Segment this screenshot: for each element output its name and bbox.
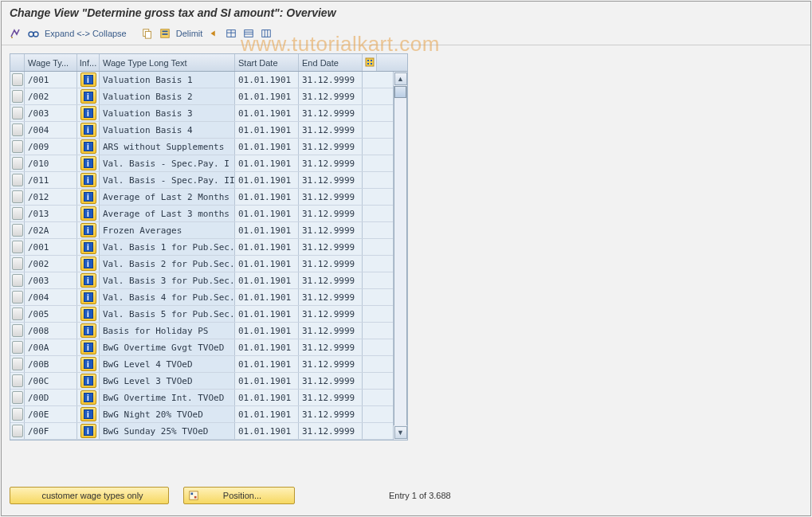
- info-button[interactable]: i: [80, 190, 96, 204]
- info-button[interactable]: i: [80, 323, 96, 338]
- row-selector[interactable]: [10, 256, 25, 272]
- cell-long-text[interactable]: Val. Basis 5 for Pub.Sec.: [100, 306, 235, 322]
- cell-start-date[interactable]: 01.01.1901: [235, 155, 299, 171]
- cell-start-date[interactable]: 01.01.1901: [235, 88, 299, 104]
- row-select-button[interactable]: [12, 291, 23, 304]
- cell-end-date[interactable]: 31.12.9999: [299, 406, 363, 422]
- info-button[interactable]: i: [80, 290, 96, 304]
- row-selector[interactable]: [10, 289, 25, 305]
- select-all-icon[interactable]: [159, 27, 171, 40]
- cell-start-date[interactable]: 01.01.1901: [235, 339, 299, 355]
- cell-start-date[interactable]: 01.01.1901: [235, 239, 299, 255]
- info-button[interactable]: i: [80, 307, 96, 321]
- cell-end-date[interactable]: 31.12.9999: [299, 373, 363, 389]
- info-button[interactable]: i: [80, 407, 96, 421]
- cell-wage-type[interactable]: /00C: [25, 373, 77, 389]
- row-selector[interactable]: [10, 222, 25, 238]
- expand-collapse-button[interactable]: Expand <-> Collapse: [45, 29, 127, 38]
- cell-start-date[interactable]: 01.01.1901: [235, 72, 299, 88]
- cell-start-date[interactable]: 01.01.1901: [235, 256, 299, 272]
- cell-end-date[interactable]: 31.12.9999: [299, 122, 363, 138]
- cell-long-text[interactable]: BwG Overtime Gvgt TVOeD: [100, 339, 235, 355]
- cell-long-text[interactable]: ARS without Supplements: [100, 139, 235, 155]
- cell-start-date[interactable]: 01.01.1901: [235, 289, 299, 305]
- scroll-track[interactable]: [394, 86, 407, 425]
- cell-long-text[interactable]: Frozen Averages: [100, 222, 235, 238]
- row-select-button[interactable]: [12, 157, 23, 170]
- row-select-button[interactable]: [12, 358, 23, 370]
- row-select-button[interactable]: [12, 241, 23, 253]
- cell-long-text[interactable]: Val. Basis 1 for Pub.Sec.: [100, 239, 235, 255]
- row-selector[interactable]: [10, 139, 25, 155]
- cell-end-date[interactable]: 31.12.9999: [299, 272, 363, 288]
- cell-end-date[interactable]: 31.12.9999: [299, 189, 363, 205]
- cell-wage-type[interactable]: /002: [25, 256, 77, 272]
- undo-icon[interactable]: [207, 27, 220, 40]
- row-select-button[interactable]: [12, 107, 23, 119]
- cell-long-text[interactable]: Valuation Basis 3: [100, 105, 235, 121]
- info-button[interactable]: i: [80, 123, 96, 137]
- cell-end-date[interactable]: 31.12.9999: [299, 323, 363, 339]
- info-button[interactable]: i: [80, 390, 96, 405]
- row-select-button[interactable]: [12, 174, 23, 186]
- cell-start-date[interactable]: 01.01.1901: [235, 356, 299, 372]
- cell-end-date[interactable]: 31.12.9999: [299, 105, 363, 121]
- row-select-button[interactable]: [12, 90, 23, 103]
- row-select-button[interactable]: [12, 257, 23, 270]
- cell-start-date[interactable]: 01.01.1901: [235, 306, 299, 322]
- row-selector[interactable]: [10, 306, 25, 322]
- cell-end-date[interactable]: 31.12.9999: [299, 356, 363, 372]
- row-selector[interactable]: [10, 373, 25, 389]
- cell-end-date[interactable]: 31.12.9999: [299, 139, 363, 155]
- cell-start-date[interactable]: 01.01.1901: [235, 122, 299, 138]
- position-button[interactable]: Position...: [183, 487, 295, 504]
- cell-end-date[interactable]: 31.12.9999: [299, 72, 363, 88]
- cell-wage-type[interactable]: /003: [25, 105, 77, 121]
- row-selector[interactable]: [10, 189, 25, 205]
- cell-wage-type[interactable]: /009: [25, 139, 77, 155]
- table-icon-2[interactable]: [242, 27, 255, 40]
- info-button[interactable]: i: [80, 240, 96, 254]
- row-select-button[interactable]: [12, 307, 23, 320]
- cell-wage-type[interactable]: /010: [25, 155, 77, 171]
- info-button[interactable]: i: [80, 374, 96, 388]
- cell-long-text[interactable]: Average of Last 3 months: [100, 206, 235, 221]
- cell-wage-type[interactable]: /00B: [25, 356, 77, 372]
- row-selector[interactable]: [10, 239, 25, 255]
- cell-wage-type[interactable]: /001: [25, 239, 77, 255]
- cell-long-text[interactable]: Valuation Basis 4: [100, 122, 235, 138]
- cell-start-date[interactable]: 01.01.1901: [235, 390, 299, 405]
- row-select-button[interactable]: [12, 408, 23, 421]
- row-selector[interactable]: [10, 155, 25, 171]
- cell-long-text[interactable]: Val. Basis 4 for Pub.Sec.: [100, 289, 235, 305]
- cell-start-date[interactable]: 01.01.1901: [235, 423, 299, 439]
- cell-long-text[interactable]: BwG Sunday 25% TVOeD: [100, 423, 235, 439]
- info-button[interactable]: i: [80, 257, 96, 271]
- cell-long-text[interactable]: Val. Basis - Spec.Pay. I: [100, 155, 235, 171]
- row-select-button[interactable]: [12, 324, 23, 337]
- cell-long-text[interactable]: Average of Last 2 Months: [100, 189, 235, 205]
- cell-end-date[interactable]: 31.12.9999: [299, 390, 363, 405]
- delimit-button[interactable]: Delimit: [176, 29, 203, 38]
- row-select-button[interactable]: [12, 140, 23, 153]
- info-button[interactable]: i: [80, 89, 96, 104]
- row-selector[interactable]: [10, 356, 25, 372]
- cell-start-date[interactable]: 01.01.1901: [235, 272, 299, 288]
- col-header-wage-type[interactable]: Wage Ty...: [25, 54, 77, 71]
- info-button[interactable]: i: [80, 139, 96, 154]
- cell-wage-type[interactable]: /001: [25, 72, 77, 88]
- cell-start-date[interactable]: 01.01.1901: [235, 373, 299, 389]
- info-button[interactable]: i: [80, 223, 96, 237]
- cell-long-text[interactable]: BwG Overtime Int. TVOeD: [100, 390, 235, 405]
- cell-wage-type[interactable]: /005: [25, 306, 77, 322]
- cell-start-date[interactable]: 01.01.1901: [235, 406, 299, 422]
- cell-end-date[interactable]: 31.12.9999: [299, 239, 363, 255]
- cell-end-date[interactable]: 31.12.9999: [299, 222, 363, 238]
- cell-start-date[interactable]: 01.01.1901: [235, 206, 299, 221]
- info-button[interactable]: i: [80, 424, 96, 438]
- scroll-thumb[interactable]: [394, 86, 406, 98]
- row-select-button[interactable]: [12, 341, 23, 354]
- cell-long-text[interactable]: Valuation Basis 1: [100, 72, 235, 88]
- cell-wage-type[interactable]: /004: [25, 122, 77, 138]
- info-button[interactable]: i: [80, 340, 96, 354]
